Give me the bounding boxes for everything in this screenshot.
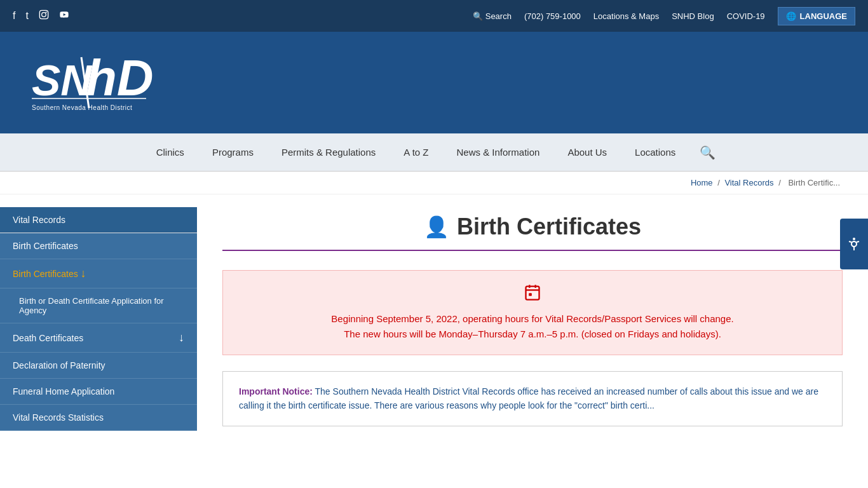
utility-links: 🔍 Search (702) 759-1000 Locations & Maps… (473, 7, 855, 25)
header: SN hD Southern Nevada Health District (0, 32, 868, 133)
social-links: f t (13, 10, 69, 22)
nav-link-programs[interactable]: Programs (198, 133, 268, 172)
page-title-area: 👤 Birth Certificates (222, 214, 843, 251)
locations-maps-link[interactable]: Locations & Maps (593, 11, 659, 21)
svg-line-16 (857, 241, 859, 242)
calendar-icon (242, 283, 823, 305)
globe-icon: 🌐 (786, 11, 796, 21)
nav-link-locations[interactable]: Locations (621, 133, 689, 172)
arrow-down-icon: ↓ (81, 267, 86, 280)
alert-box: Beginning September 5, 2022, operating h… (222, 270, 843, 355)
instagram-icon[interactable] (39, 10, 49, 22)
nav-search-icon[interactable]: 🔍 (689, 133, 726, 172)
notice-label: Important Notice: (239, 386, 313, 396)
accessibility-button[interactable] (840, 219, 868, 269)
nav-link-atoz[interactable]: A to Z (390, 133, 442, 172)
svg-line-15 (849, 241, 851, 242)
sidebar-item-birth-death-agency[interactable]: Birth or Death Certificate Application f… (0, 288, 197, 323)
breadcrumb-home[interactable]: Home (691, 178, 713, 187)
sidebar-item-death-certs[interactable]: Death Certificates ↓ (0, 323, 197, 353)
svg-rect-0 (39, 10, 48, 18)
content-wrapper: Vital Records Birth Certificates Birth C… (0, 194, 868, 445)
nav-item-locations[interactable]: Locations (621, 133, 689, 172)
person-icon: 👤 (424, 215, 449, 239)
main-content: 👤 Birth Certificates Beginning September… (197, 194, 868, 445)
breadcrumb-sep-2: / (778, 178, 783, 187)
nav-list: Clinics Programs Permits & Regulations A… (142, 133, 726, 172)
main-navigation: Clinics Programs Permits & Regulations A… (0, 133, 868, 172)
snhd-blog-link[interactable]: SNHD Blog (672, 11, 714, 21)
svg-rect-12 (529, 293, 532, 296)
twitter-icon[interactable]: t (25, 10, 28, 22)
nav-item-atoz[interactable]: A to Z (390, 133, 442, 172)
sidebar-item-vital-stats[interactable]: Vital Records Statistics (0, 405, 197, 431)
death-certs-arrow-icon: ↓ (179, 331, 184, 344)
sidebar: Vital Records Birth Certificates Birth C… (0, 194, 197, 445)
phone-link[interactable]: (702) 759-1000 (524, 11, 581, 21)
breadcrumb-current: Birth Certific... (788, 178, 840, 187)
youtube-icon[interactable] (59, 10, 69, 22)
svg-text:Southern Nevada Health Distric: Southern Nevada Health District (32, 104, 132, 111)
nav-item-programs[interactable]: Programs (198, 133, 268, 172)
nav-link-news[interactable]: News & Information (443, 133, 554, 172)
notice-box: Important Notice: The Southern Nevada He… (222, 371, 843, 426)
svg-point-2 (46, 11, 47, 13)
alert-line2: The new hours will be Monday–Thursday 7 … (242, 327, 823, 342)
svg-rect-8 (526, 287, 539, 300)
nav-link-clinics[interactable]: Clinics (142, 133, 198, 172)
nav-link-about[interactable]: About Us (553, 133, 621, 172)
nav-item-permits[interactable]: Permits & Regulations (268, 133, 390, 172)
breadcrumb: Home / Vital Records / Birth Certific... (0, 172, 868, 194)
page-title: 👤 Birth Certificates (222, 214, 843, 240)
nav-item-news[interactable]: News & Information (443, 133, 554, 172)
breadcrumb-sep-1: / (717, 178, 722, 187)
sidebar-item-funeral-home[interactable]: Funeral Home Application (0, 379, 197, 405)
svg-point-1 (42, 13, 46, 17)
svg-text:hD: hD (86, 50, 153, 106)
search-link[interactable]: 🔍 Search (473, 11, 512, 21)
language-button[interactable]: 🌐 LANGUAGE (778, 7, 855, 25)
svg-point-13 (853, 238, 855, 240)
sidebar-item-vital-records[interactable]: Vital Records (0, 207, 197, 233)
nav-item-about[interactable]: About Us (553, 133, 621, 172)
breadcrumb-vital-records[interactable]: Vital Records (724, 178, 773, 187)
search-icon: 🔍 (473, 11, 483, 21)
site-logo[interactable]: SN hD Southern Nevada Health District (25, 48, 153, 118)
covid-link[interactable]: COVID-19 (727, 11, 765, 21)
top-bar: f t 🔍 Search (702) 759-1000 Locations & … (0, 0, 868, 32)
sidebar-item-declaration[interactable]: Declaration of Paternity (0, 353, 197, 379)
sidebar-item-birth-certs[interactable]: Birth Certificates (0, 233, 197, 259)
notice-text: The Southern Nevada Health District Vita… (239, 386, 818, 410)
nav-link-permits[interactable]: Permits & Regulations (268, 133, 390, 172)
facebook-icon[interactable]: f (13, 10, 15, 22)
nav-item-clinics[interactable]: Clinics (142, 133, 198, 172)
sidebar-item-birth-certs-active[interactable]: Birth Certificates ↓ (0, 259, 197, 288)
alert-line1: Beginning September 5, 2022, operating h… (242, 311, 823, 327)
